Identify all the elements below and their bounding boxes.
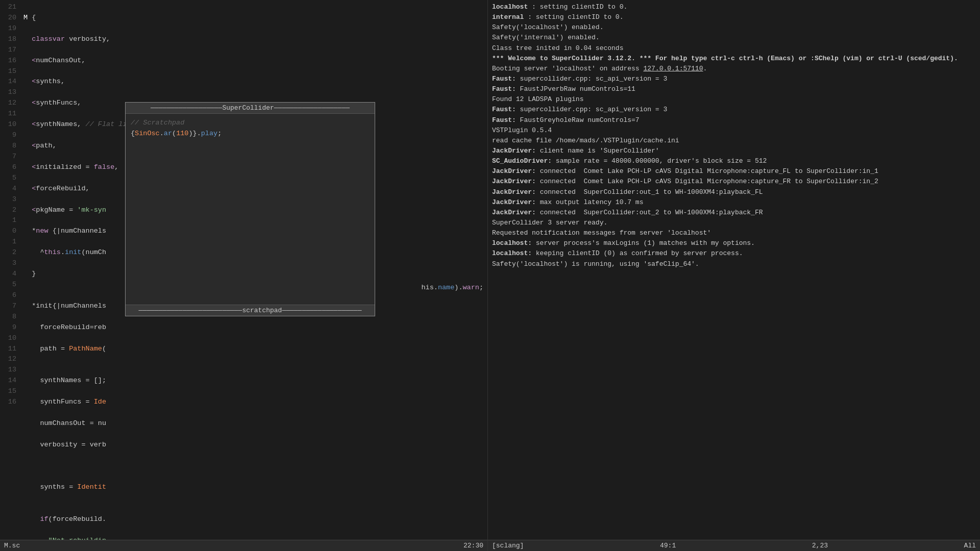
console-line: JackDriver: connected SuperCollider:out_… [492,208,976,218]
scratchpad-titlebar: ——————————————————SuperCollider—————————… [126,103,375,114]
console-pane: localhost : setting clientID to 0. inter… [487,0,980,540]
line-numbers: 21 20 19 18 17 16 15 14 13 12 11 10 9 8 … [0,0,19,540]
console-line: Faust: supercollider.cpp: sc_api_version… [492,74,976,84]
console-line: Faust: FaustJPverbRaw numControls=11 [492,84,976,94]
editor-time: 22:30 [463,542,483,549]
console-line: Faust: FaustGreyholeRaw numControls=7 [492,115,976,126]
console-line: Safety('localhost') enabled. [492,22,976,33]
console-line: *** Welcome to SuperCollider 3.12.2. ***… [492,54,976,64]
console-line: localhost: server process's maxLogins (1… [492,238,976,248]
console-line: Faust: supercollider.cpp: sc_api_version… [492,105,976,115]
status-bar-right: [sclang] 49:1 2,23 All [487,540,980,551]
status-bars: M.sc 22:30 [sclang] 49:1 2,23 All [0,540,980,551]
console-all: All [964,542,976,549]
console-line: Class tree inited in 0.04 seconds [492,43,976,54]
console-position: 2,23 [812,542,828,549]
partial-code-right: his.name).warn; [421,284,487,291]
console-line: localhost: keeping clientID (0) as confi… [492,248,976,259]
editor-filename: M.sc [4,542,20,549]
console-line: JackDriver: connected Comet Lake PCH-LP … [492,166,976,177]
console-line: Safety('localhost') is running, using 's… [492,259,976,269]
console-line: internal : setting clientID to 0. [492,12,976,22]
console-line: localhost : setting clientID to 0. [492,2,976,12]
console-line: Safety('internal') enabled. [492,33,976,43]
console-line: Found 12 LADSPA plugins [492,94,976,105]
scratchpad-content[interactable]: // Scratchpad {SinOsc.ar(110)}.play; [126,114,375,305]
status-bar-left: M.sc 22:30 [0,540,487,551]
console-line: JackDriver: connected SuperCollider:out_… [492,187,976,197]
console-line: Requested notification messages from ser… [492,228,976,238]
console-line: JackDriver: connected Comet Lake PCH-LP … [492,177,976,187]
console-line: JackDriver: client name is 'SuperCollide… [492,146,976,156]
console-scroll: 49:1 [660,542,676,549]
editor-pane[interactable]: 21 20 19 18 17 16 15 14 13 12 11 10 9 8 … [0,0,487,540]
console-line: SuperCollider 3 server ready. [492,218,976,228]
scratchpad-statusbar: ——————————————————————————scratchpad————… [126,305,375,316]
console-line: JackDriver: max output latency 10.7 ms [492,197,976,208]
console-line: VSTPlugin 0.5.4 [492,126,976,136]
console-mode: [sclang] [492,542,524,549]
console-line: read cache file /home/mads/.VSTPlugin/ca… [492,136,976,146]
console-line: SC_AudioDriver: sample rate = 48000.0000… [492,156,976,166]
scratchpad-overlay[interactable]: ——————————————————SuperCollider—————————… [125,102,375,316]
console-line: Booting server 'localhost' on address 12… [492,64,976,74]
